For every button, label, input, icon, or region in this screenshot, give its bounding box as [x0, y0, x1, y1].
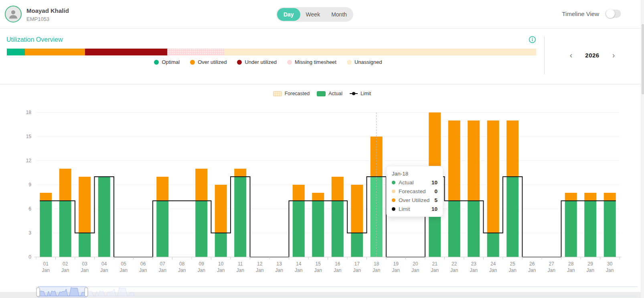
navigator-handle[interactable] [85, 288, 88, 296]
tab-month[interactable]: Month [326, 8, 352, 21]
bar-actual-15-Jan[interactable] [312, 201, 324, 257]
prev-year-button[interactable]: ‹ [570, 51, 573, 59]
bar-over-utilized-15-Jan[interactable] [312, 193, 324, 201]
bar-actual-16-Jan[interactable] [332, 201, 344, 257]
x-tick-day: 17 [354, 261, 360, 267]
x-tick-month: Jan [548, 267, 555, 273]
bar-over-utilized-01-Jan[interactable] [40, 193, 52, 201]
chart-legend-limit[interactable]: Limit [350, 91, 371, 96]
legend-dot [347, 60, 352, 65]
timeline-view-toggle[interactable] [606, 10, 621, 18]
bar-over-utilized-02-Jan[interactable] [59, 169, 71, 201]
bar-actual-29-Jan[interactable] [584, 201, 596, 257]
x-tick-month: Jan [353, 267, 361, 273]
bar-over-utilized-23-Jan[interactable] [468, 120, 480, 201]
tooltip-row-forecasted: Forecasted0 [392, 188, 437, 194]
x-tick-day: 06 [140, 261, 146, 267]
bar-over-utilized-14-Jan[interactable] [293, 185, 305, 201]
x-tick-day: 21 [432, 261, 438, 267]
legend-item-optimal: Optimal [154, 59, 180, 65]
x-tick-month: Jan [139, 267, 147, 273]
tooltip-title: Jan-18 [392, 171, 437, 177]
bar-actual-04-Jan[interactable] [98, 177, 110, 257]
bar-over-utilized-29-Jan[interactable] [584, 193, 596, 201]
chart-legend: Forecasted Actual Limit [0, 91, 644, 96]
bar-over-utilized-10-Jan[interactable] [215, 185, 227, 233]
bar-actual-07-Jan[interactable] [156, 201, 168, 257]
navigator-handle[interactable] [36, 288, 40, 296]
utilization-segment-unassigned [224, 49, 536, 55]
x-tick-day: 09 [199, 261, 205, 267]
bar-actual-24-Jan[interactable] [487, 233, 499, 257]
scrollbar-thumb[interactable] [642, 24, 644, 94]
chart-tooltip: Jan-18 Actual10 Forecasted0 Over Utilize… [386, 166, 443, 217]
x-tick-day: 05 [121, 261, 127, 267]
bar-actual-14-Jan[interactable] [293, 201, 305, 257]
year-navigation: ‹ 2026 › [548, 51, 636, 59]
x-tick-month: Jan [275, 267, 283, 273]
x-tick-month: Jan [217, 267, 225, 273]
bar-over-utilized-28-Jan[interactable] [565, 193, 577, 201]
chart-legend-actual[interactable]: Actual [317, 91, 342, 96]
x-tick-day: 14 [296, 261, 302, 267]
next-year-button[interactable]: › [612, 51, 615, 59]
bar-actual-25-Jan[interactable] [506, 177, 518, 257]
header: Moayad Khalid EMP1053 Day Week Month Tim… [0, 0, 644, 29]
bar-actual-11-Jan[interactable] [234, 177, 246, 257]
limit-line-marker [350, 93, 358, 94]
bar-actual-22-Jan[interactable] [448, 201, 460, 257]
x-tick-month: Jan [470, 267, 478, 273]
tooltip-row-over-utilized: Over Utilized5 [392, 197, 437, 203]
y-tick-label: 0 [28, 254, 31, 260]
legend-item-over-utilized: Over utilized [190, 59, 227, 65]
utilization-stacked-bar [7, 49, 536, 55]
tab-day[interactable]: Day [277, 8, 300, 21]
info-icon[interactable] [529, 36, 536, 43]
bar-actual-02-Jan[interactable] [59, 201, 71, 257]
bar-actual-23-Jan[interactable] [468, 201, 480, 257]
utilization-chart-section: 036912151801Jan02Jan03Jan04Jan05Jan06Jan… [0, 84, 644, 298]
navigator-selection-window[interactable] [38, 286, 86, 298]
x-tick-month: Jan [606, 267, 614, 273]
vertical-scrollbar[interactable] [641, 0, 644, 298]
x-tick-day: 07 [160, 261, 166, 267]
bar-over-utilized-07-Jan[interactable] [156, 177, 168, 201]
bar-over-utilized-17-Jan[interactable] [351, 185, 363, 233]
bar-actual-17-Jan[interactable] [351, 233, 363, 257]
x-tick-day: 11 [238, 261, 243, 267]
bar-over-utilized-25-Jan[interactable] [506, 120, 518, 177]
bar-actual-03-Jan[interactable] [79, 233, 91, 257]
x-tick-month: Jan [392, 267, 400, 273]
bar-over-utilized-11-Jan[interactable] [234, 169, 246, 177]
x-tick-day: 23 [471, 261, 477, 267]
x-tick-month: Jan [178, 267, 186, 273]
bar-over-utilized-22-Jan[interactable] [448, 120, 460, 201]
utilization-bar-chart[interactable]: 036912151801Jan02Jan03Jan04Jan05Jan06Jan… [0, 84, 644, 298]
bar-actual-28-Jan[interactable] [565, 201, 577, 257]
bar-actual-01-Jan[interactable] [40, 201, 52, 257]
legend-item-under-utilized: Under utilized [237, 59, 277, 65]
bar-over-utilized-18-Jan[interactable] [371, 137, 383, 177]
bar-over-utilized-30-Jan[interactable] [604, 193, 616, 201]
x-tick-day: 16 [335, 261, 340, 267]
x-tick-day: 27 [549, 261, 555, 267]
bar-actual-09-Jan[interactable] [195, 201, 207, 257]
bar-over-utilized-24-Jan[interactable] [487, 120, 499, 233]
bar-actual-30-Jan[interactable] [604, 201, 616, 257]
legend-item-missing-timesheet: Missing timesheet [287, 59, 336, 65]
utilization-segment-missing-timesheet [167, 49, 225, 55]
x-tick-month: Jan [411, 267, 419, 273]
bar-actual-10-Jan[interactable] [215, 233, 227, 257]
overview-legend: Optimal Over utilized Under utilized Mis… [0, 59, 536, 65]
x-tick-day: 30 [607, 261, 613, 267]
bar-over-utilized-09-Jan[interactable] [195, 169, 207, 201]
x-tick-month: Jan [431, 267, 439, 273]
y-tick-label: 18 [26, 110, 32, 115]
x-tick-month: Jan [42, 267, 50, 273]
bar-over-utilized-16-Jan[interactable] [332, 177, 344, 201]
utilization-segment-optimal [7, 49, 25, 55]
chart-legend-forecasted[interactable]: Forecasted [273, 91, 310, 96]
x-tick-day: 04 [101, 261, 107, 267]
tab-week[interactable]: Week [300, 8, 326, 21]
bar-over-utilized-03-Jan[interactable] [79, 177, 91, 233]
